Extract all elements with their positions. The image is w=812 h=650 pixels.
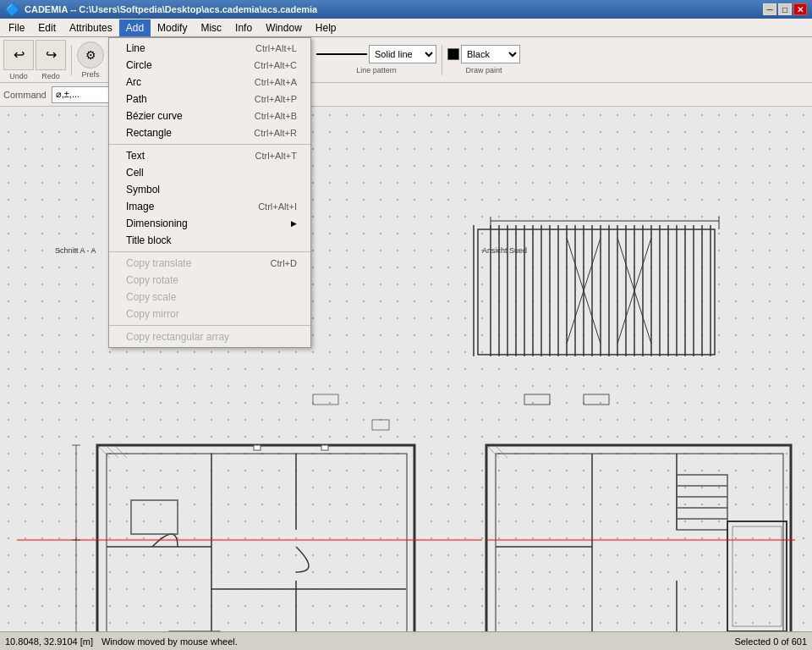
menu-edit[interactable]: Edit [31, 19, 63, 36]
svg-rect-68 [732, 526, 782, 626]
menu-item-circle-shortcut: Ctrl+Alt+C [254, 60, 297, 70]
menu-item-copy-translate-label: Copy translate [126, 257, 191, 269]
menu-item-image-label: Image [126, 201, 154, 212]
menu-item-copy-mirror-label: Copy mirror [126, 308, 179, 320]
status-bar: 10.8048, 32.9104 [m] Window moved by mou… [0, 631, 812, 650]
svg-rect-77 [254, 445, 261, 450]
title-bar-controls: ─ □ ✕ [763, 3, 807, 15]
menu-item-text[interactable]: Text Ctrl+Alt+T [109, 147, 310, 164]
svg-rect-67 [727, 521, 787, 631]
minimize-button[interactable]: ─ [763, 3, 776, 15]
menu-item-image-shortcut: Ctrl+Alt+I [258, 201, 297, 212]
redo-label: Redo [36, 72, 66, 80]
menu-modify[interactable]: Modify [151, 19, 194, 36]
selection-count: Selected 0 of 601 [734, 636, 807, 647]
menu-item-arc[interactable]: Arc Ctrl+Alt+A [109, 74, 310, 91]
menu-item-arc-shortcut: Ctrl+Alt+A [255, 77, 297, 87]
line-pattern-label: Line pattern [316, 66, 436, 74]
prefs-button[interactable]: ⚙ [77, 41, 104, 69]
menu-item-path-shortcut: Ctrl+Alt+P [255, 94, 297, 104]
menu-help[interactable]: Help [309, 19, 343, 36]
close-button[interactable]: ✕ [793, 3, 807, 15]
menu-item-copy-translate-shortcut: Ctrl+D [271, 258, 297, 268]
menu-window[interactable]: Window [259, 19, 309, 36]
svg-rect-48 [131, 500, 178, 534]
menu-info[interactable]: Info [228, 19, 259, 36]
menu-item-copy-translate: Copy translate Ctrl+D [109, 255, 310, 272]
dropdown-sep-1 [109, 144, 310, 145]
menu-item-cell-label: Cell [126, 167, 144, 179]
title-bar: 🔷 CADEMIA -- C:\Users\Softpedia\Desktop\… [0, 0, 812, 19]
svg-line-45 [97, 445, 110, 458]
svg-line-46 [106, 445, 118, 458]
dropdown-sep-2 [109, 251, 310, 252]
app-icon: 🔷 [5, 3, 19, 16]
menu-item-text-shortcut: Ctrl+Alt+T [255, 151, 297, 161]
dropdown-sep-3 [109, 325, 310, 326]
title-bar-left: 🔷 CADEMIA -- C:\Users\Softpedia\Desktop\… [5, 3, 317, 16]
draw-paint-label: Draw paint [447, 66, 520, 74]
maximize-button[interactable]: □ [778, 3, 792, 15]
menu-item-circle-label: Circle [126, 59, 152, 71]
menu-item-image[interactable]: Image Ctrl+Alt+I [109, 198, 310, 215]
menu-item-rectangle-shortcut: Ctrl+Alt+R [254, 128, 297, 138]
menu-item-dimensioning-label: Dimensioning [126, 218, 188, 229]
menu-item-circle[interactable]: Circle Ctrl+Alt+C [109, 57, 310, 74]
add-menu-dropdown: Line Ctrl+Alt+L Circle Ctrl+Alt+C Arc Ct… [108, 37, 311, 348]
svg-rect-37 [584, 394, 609, 405]
status-message: Window moved by mouse wheel. [102, 636, 238, 647]
menu-item-copy-rect-array-label: Copy rectangular array [126, 331, 229, 343]
menu-item-path[interactable]: Path Ctrl+Alt+P [109, 91, 310, 107]
redo-icon: ↪ [46, 47, 57, 63]
draw-paint-select[interactable]: Black [461, 45, 520, 63]
menu-misc[interactable]: Misc [194, 19, 228, 36]
svg-rect-54 [486, 445, 791, 631]
svg-rect-39 [107, 454, 407, 631]
command-label: Command [3, 90, 47, 100]
menu-item-line-shortcut: Ctrl+Alt+L [255, 43, 297, 53]
menu-item-arc-label: Arc [126, 76, 141, 88]
menu-item-titleblock[interactable]: Title block [109, 232, 310, 249]
menu-item-text-label: Text [126, 150, 145, 162]
menu-item-cell[interactable]: Cell [109, 164, 310, 181]
coordinates: 10.8048, 32.9104 [m] [5, 636, 93, 647]
menu-attributes[interactable]: Attributes [63, 19, 119, 36]
menu-file[interactable]: File [2, 19, 31, 36]
svg-rect-70 [372, 420, 389, 430]
menu-item-dimensioning[interactable]: Dimensioning ▶ [109, 215, 310, 232]
svg-line-47 [114, 445, 127, 458]
menu-item-copy-scale: Copy scale [109, 289, 310, 306]
svg-rect-69 [313, 394, 338, 405]
undo-button[interactable]: ↩ [3, 40, 34, 70]
menu-item-bezier[interactable]: Bézier curve Ctrl+Alt+B [109, 107, 310, 124]
menu-item-bezier-label: Bézier curve [126, 110, 183, 122]
svg-line-61 [495, 445, 508, 458]
menu-item-symbol[interactable]: Symbol [109, 181, 310, 198]
menu-item-path-label: Path [126, 93, 147, 105]
menu-item-line[interactable]: Line Ctrl+Alt+L [109, 40, 310, 57]
menu-item-line-label: Line [126, 42, 145, 54]
redo-button[interactable]: ↪ [36, 40, 66, 70]
menu-item-copy-rect-array: Copy rectangular array [109, 328, 310, 345]
menu-add[interactable]: Add [119, 19, 151, 36]
menu-item-rectangle[interactable]: Rectangle Ctrl+Alt+R [109, 124, 310, 141]
line-pattern-select[interactable]: Solid line [369, 45, 436, 63]
title-text: CADEMIA -- C:\Users\Softpedia\Desktop\ac… [25, 4, 317, 14]
menu-item-rectangle-label: Rectangle [126, 127, 172, 139]
menu-item-copy-rotate-label: Copy rotate [126, 274, 178, 286]
color-swatch [447, 48, 459, 60]
svg-line-60 [486, 445, 499, 458]
menu-item-symbol-label: Symbol [126, 184, 160, 196]
svg-rect-28 [478, 229, 715, 355]
menu-item-copy-mirror: Copy mirror [109, 306, 310, 322]
svg-rect-78 [321, 445, 328, 450]
toolbar-sep-5 [442, 45, 442, 75]
svg-rect-36 [524, 394, 550, 405]
menu-item-titleblock-label: Title block [126, 234, 172, 246]
prefs-icon: ⚙ [85, 48, 96, 62]
prefs-label: Prefs [81, 70, 99, 79]
menu-item-bezier-shortcut: Ctrl+Alt+B [255, 111, 297, 121]
toolbar-sep-1 [71, 45, 72, 75]
menu-bar: File Edit Attributes Add Modify Misc Inf… [0, 19, 812, 37]
dimensioning-submenu-arrow: ▶ [291, 219, 297, 228]
